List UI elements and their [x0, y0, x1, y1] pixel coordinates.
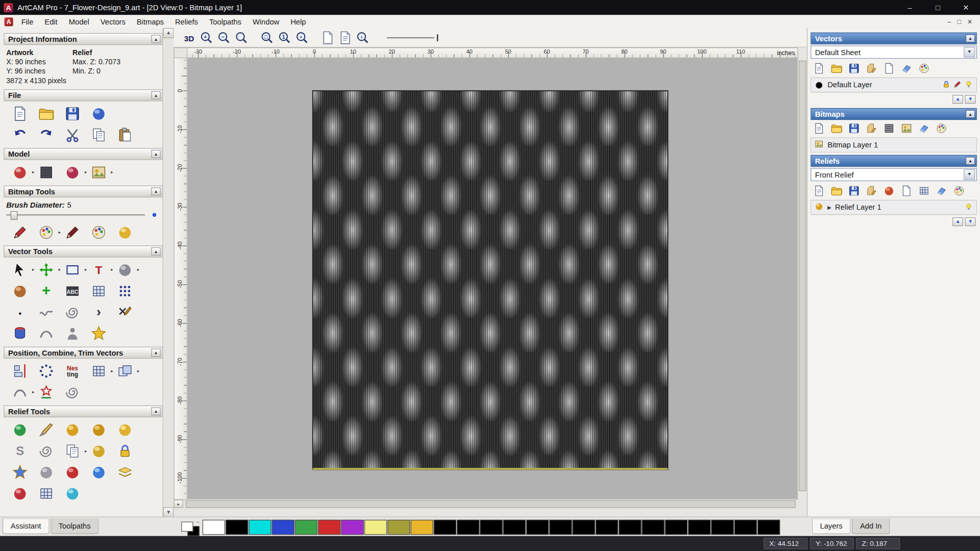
sheet-select[interactable]: Default Sheet ▼ — [811, 45, 977, 59]
child-maximize-button[interactable]: □ — [957, 18, 961, 25]
pane-toggle-icon[interactable]: ▸ — [174, 500, 183, 508]
flyout-arrow-icon[interactable]: ▸ — [85, 267, 87, 272]
interactive-sculpting-icon[interactable] — [89, 442, 108, 460]
maximize-button[interactable]: □ — [924, 0, 952, 15]
zoom-in-icon[interactable]: + — [199, 30, 214, 45]
collapse-reliefs-button[interactable]: ▲ — [966, 157, 975, 165]
flood-fill-icon[interactable] — [115, 223, 134, 242]
colour-swatch-9[interactable] — [410, 520, 433, 535]
bitmap-colours-icon[interactable] — [899, 122, 914, 135]
block-copy-icon[interactable]: ▸ — [89, 362, 108, 381]
move-layer-up-icon[interactable]: ▲ — [952, 95, 963, 104]
shape-editor-icon[interactable] — [10, 421, 30, 439]
slider-handle[interactable] — [11, 211, 17, 220]
lock-icon[interactable] — [942, 80, 950, 90]
new-model-icon[interactable] — [10, 105, 30, 123]
delete-vector-layer-icon[interactable] — [899, 62, 914, 74]
create-polyline-icon[interactable]: › — [89, 303, 108, 321]
cut-icon[interactable] — [62, 126, 82, 144]
relief-clipart-icon[interactable]: ▸ — [62, 442, 82, 460]
delete-relief-layer-icon[interactable] — [935, 185, 949, 197]
create-text-icon[interactable]: T▸ — [89, 261, 108, 279]
collapse-file-button[interactable]: ▲ — [151, 91, 160, 99]
horizontal-scroll-thumb[interactable] — [186, 500, 796, 508]
flyout-arrow-icon[interactable]: ▸ — [137, 267, 139, 272]
colour-swatch-3[interactable] — [272, 520, 295, 535]
vector-layer-colour-icon[interactable] — [917, 62, 931, 74]
delete-bitmap-layer-icon[interactable] — [917, 122, 931, 135]
import-relief-layer-icon[interactable] — [864, 185, 878, 197]
tab-assistant[interactable]: Assistant — [3, 518, 49, 534]
offset-vectors-icon[interactable]: ▸ — [115, 362, 134, 381]
menu-window[interactable]: Window — [247, 16, 285, 27]
freehand-curve-icon[interactable] — [36, 303, 56, 321]
colour-swatch-5[interactable] — [318, 520, 340, 535]
visibility-bulb-icon[interactable] — [964, 202, 973, 213]
flyout-arrow-icon[interactable]: ▸ — [85, 169, 87, 174]
two-rail-sweep-icon[interactable] — [10, 463, 30, 482]
toggle-bitmap-icon[interactable] — [320, 30, 336, 45]
lighting-material-icon[interactable]: ▸ — [62, 163, 82, 182]
create-arc-icon[interactable] — [62, 303, 82, 321]
model-texture-icon[interactable] — [36, 163, 56, 182]
export-vector-layer-icon[interactable] — [882, 62, 896, 74]
zoom-objects-icon[interactable]: ‹ — [355, 30, 371, 45]
colour-swatch-2[interactable] — [249, 520, 271, 535]
spin-relief-icon[interactable] — [89, 463, 108, 482]
collapse-model-button[interactable]: ▲ — [151, 150, 160, 158]
flyout-arrow-icon[interactable]: ▸ — [58, 267, 60, 272]
zoom-previous-icon[interactable] — [234, 30, 250, 45]
weave-wizard-icon[interactable] — [36, 442, 56, 460]
undo-icon[interactable] — [10, 126, 30, 144]
import-vector-layer-icon[interactable] — [864, 62, 878, 74]
open-relief-layer-icon[interactable] — [829, 185, 844, 197]
extrude-relief-icon[interactable] — [36, 463, 56, 482]
colour-swatch-22[interactable] — [711, 520, 733, 535]
pick-colour-icon[interactable] — [62, 223, 82, 242]
align-vectors-icon[interactable] — [10, 362, 30, 381]
relief-envelope-icon[interactable] — [115, 442, 134, 460]
save-relief-layer-icon[interactable] — [847, 185, 861, 197]
view-3d-button[interactable]: 3D — [181, 30, 197, 45]
colour-swatch-20[interactable] — [665, 520, 688, 535]
colour-swatch-16[interactable] — [573, 520, 595, 535]
open-model-icon[interactable] — [36, 105, 56, 123]
menu-file[interactable]: File — [16, 16, 39, 27]
paint-selective-icon[interactable] — [89, 223, 108, 242]
primary-colour-swatch[interactable] — [181, 521, 193, 532]
text-block-icon[interactable]: ABC — [62, 282, 82, 300]
import-bitmap-layer-icon[interactable] — [864, 122, 878, 135]
join-vectors-icon[interactable]: ▸ — [10, 383, 30, 402]
node-editing-icon[interactable]: • — [10, 303, 30, 321]
paint-brush-icon[interactable] — [10, 223, 30, 242]
sculpting-icon[interactable] — [36, 421, 56, 439]
model-from-image-icon[interactable] — [89, 105, 108, 123]
set-model-size-icon[interactable]: ▸ — [10, 163, 30, 182]
offset-relief-icon[interactable] — [115, 463, 134, 482]
create-spiral-icon[interactable] — [62, 383, 82, 402]
texture-relief-icon[interactable] — [62, 421, 82, 439]
transform-vectors-icon[interactable]: ▸ — [36, 261, 56, 279]
menu-model[interactable]: Model — [63, 16, 95, 27]
edit-pen-icon[interactable] — [953, 80, 962, 90]
open-bitmap-layer-icon[interactable] — [829, 122, 844, 135]
move-layer-down-icon[interactable]: ▼ — [965, 217, 976, 226]
menu-bitmaps[interactable]: Bitmaps — [131, 16, 169, 27]
colour-swatch-13[interactable] — [503, 520, 526, 535]
colour-swatch-18[interactable] — [619, 520, 641, 535]
minimize-button[interactable]: – — [896, 0, 924, 15]
smooth-relief-icon[interactable]: S — [10, 442, 30, 460]
save-vector-layer-icon[interactable] — [847, 62, 861, 74]
flyout-arrow-icon[interactable]: ▸ — [137, 368, 139, 373]
tab-layers[interactable]: Layers — [812, 518, 851, 534]
redo-icon[interactable] — [36, 126, 56, 144]
relief-layer-row[interactable]: ▶Relief Layer 1 — [811, 201, 976, 214]
fit-curve-icon[interactable] — [36, 324, 56, 343]
tab-toolpaths[interactable]: Toolpaths — [51, 518, 99, 534]
copy-icon[interactable] — [89, 126, 108, 144]
trim-vectors-icon[interactable] — [115, 303, 134, 321]
isolate-relief-icon[interactable] — [10, 485, 30, 503]
child-minimize-button[interactable]: – — [947, 18, 951, 25]
flyout-arrow-icon[interactable]: ▸ — [111, 267, 113, 272]
bitmap-palette-icon[interactable] — [935, 122, 949, 135]
